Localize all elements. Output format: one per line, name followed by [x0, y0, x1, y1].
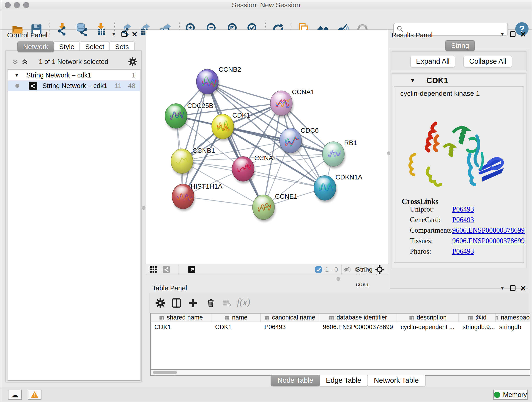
crosslink-label: Tissues:	[410, 237, 433, 245]
status-bar: ☁ Memory	[0, 387, 532, 402]
birds-eye-view-icon[interactable]	[188, 266, 196, 274]
column-header-database-identifier[interactable]: database identifier	[319, 313, 397, 322]
crosslink-link[interactable]: P06493	[452, 216, 474, 224]
tab-edge-table[interactable]: Edge Table	[319, 375, 368, 386]
svg-text:CDK1: CDK1	[232, 112, 250, 119]
column-header-canonical-name[interactable]: canonical name	[261, 313, 319, 322]
create-column-icon[interactable]	[188, 298, 198, 308]
delete-table-icon[interactable]	[223, 299, 231, 307]
crosslink-link[interactable]: P06493	[452, 247, 474, 255]
column-header-name[interactable]: name	[211, 313, 261, 322]
table-options-gear-icon[interactable]	[155, 298, 165, 308]
float-panel-icon[interactable]: ▼	[500, 285, 505, 291]
node-table[interactable]: shared namenamecanonical namedatabase id…	[150, 313, 530, 370]
expand-all-button[interactable]: Expand All	[410, 56, 455, 67]
network-share-view-icon[interactable]	[162, 266, 170, 274]
network-node-HIST1H1A: HIST1H1A	[172, 183, 222, 211]
toolbar-separator	[373, 264, 373, 274]
maximize-panel-icon[interactable]	[510, 32, 515, 37]
collapse-all-button[interactable]: Collapse All	[463, 56, 512, 67]
splitter-handle[interactable]	[336, 277, 340, 281]
table-row[interactable]: CDK1CDK1P064939606.ENSP00000378699cyclin…	[151, 322, 530, 332]
function-builder-icon[interactable]: f(x)	[237, 297, 250, 307]
network-label: String Network – cdk1	[42, 82, 108, 89]
svg-text:CCNA2: CCNA2	[254, 154, 277, 162]
network-options-gear-icon[interactable]	[128, 57, 137, 66]
column-header--id[interactable]: @id	[459, 313, 496, 322]
maximize-panel-icon[interactable]	[121, 32, 127, 37]
gene-symbol: CDK1	[426, 76, 448, 85]
results-panel-title: Results Panel	[392, 32, 433, 39]
results-panel: Results Panel ▼ × String Expand All Coll…	[390, 30, 530, 283]
svg-text:HIST1H1A: HIST1H1A	[191, 183, 222, 190]
maximize-panel-icon[interactable]	[510, 285, 515, 291]
network-row[interactable]: String Network – cdk1 11 48	[8, 80, 140, 91]
selected-nodes-checkbox-icon[interactable]	[315, 266, 322, 273]
tab-string[interactable]: String	[445, 40, 475, 51]
network-node-CDKN1A: CDKN1A	[314, 173, 362, 202]
collection-expand-icon[interactable]: ▼	[14, 73, 19, 78]
hidden-node-edge-counts: 0 - 0	[355, 266, 368, 273]
collection-count: 1	[132, 71, 135, 79]
svg-text:RB1: RB1	[344, 139, 357, 147]
left-splitter-handle[interactable]	[142, 206, 146, 210]
show-columns-icon[interactable]	[171, 298, 181, 308]
column-header-description[interactable]: description	[397, 313, 459, 322]
table-panel: Table Panel ▼ × f(x) shared namenamecano…	[147, 283, 530, 386]
table-cell[interactable]: P06493	[261, 322, 319, 332]
svg-text:CDC25B: CDC25B	[187, 102, 213, 109]
table-panel-title: Table Panel	[152, 284, 187, 292]
network-graph[interactable]: CCNB2CCNA1CDC25BCDK1CDC6RB1CCNB1CCNA2CDK…	[146, 30, 388, 264]
close-panel-icon[interactable]: ×	[132, 32, 137, 37]
float-panel-icon[interactable]: ▼	[111, 31, 116, 37]
string-results-container: Expand All Collapse All ▼ CDK1 cyclin-de…	[390, 49, 528, 288]
main-toolbar: ?	[0, 10, 532, 30]
memory-button[interactable]: Memory	[493, 390, 528, 400]
crosslink-link[interactable]: P06493	[452, 205, 474, 213]
table-header-row: shared namenamecanonical namedatabase id…	[151, 313, 530, 322]
grid-view-icon[interactable]	[150, 266, 157, 274]
svg-text:CCNB2: CCNB2	[219, 66, 241, 73]
table-cell[interactable]: CDK1	[151, 322, 211, 332]
column-header-namespace[interactable]: namespace	[496, 313, 530, 322]
hidden-eye-icon[interactable]	[343, 266, 351, 274]
network-collection-row[interactable]: ▼ String Network – cdk1 1	[8, 70, 140, 80]
column-header-shared-name[interactable]: shared name	[151, 313, 211, 322]
gene-detail-box: cyclin-dependent kinase 1	[394, 86, 524, 263]
results-panel-controls: ▼ ×	[500, 30, 526, 38]
tab-network-table[interactable]: Network Table	[367, 375, 425, 386]
svg-text:CCNA1: CCNA1	[292, 88, 314, 96]
network-tree: ▼ String Network – cdk1 1 String Network…	[7, 70, 140, 381]
tab-network[interactable]: Network	[17, 41, 54, 52]
network-edge-count: 48	[128, 82, 135, 89]
network-view-toolbar: String Network – cdk1 1 - 0 0 - 0	[146, 264, 388, 275]
tab-node-table[interactable]: Node Table	[271, 375, 320, 386]
table-cell[interactable]: stringdb	[496, 322, 530, 332]
control-panel-controls: ▼ ×	[111, 30, 137, 38]
svg-text:CCNB1: CCNB1	[192, 147, 215, 154]
table-cell[interactable]: cyclin-dependent ...	[397, 322, 459, 332]
cloud-icon: ☁	[11, 390, 19, 399]
gene-collapse-icon[interactable]: ▼	[410, 77, 415, 84]
crosslink-link[interactable]: 9606.ENSP00000378699	[452, 237, 525, 245]
close-panel-icon[interactable]: ×	[520, 32, 526, 37]
float-panel-icon[interactable]: ▼	[500, 31, 505, 37]
crosslink-label: Uniprot:	[410, 205, 434, 213]
network-current-dot	[15, 84, 19, 88]
cloud-status-button[interactable]: ☁	[8, 390, 22, 400]
fit-content-crosshair-icon[interactable]	[375, 265, 384, 274]
table-panel-controls: ▼ ×	[500, 284, 526, 292]
delete-column-icon[interactable]	[206, 298, 216, 308]
memory-label: Memory	[503, 391, 527, 399]
table-cell[interactable]: stringdb:9...	[459, 322, 496, 332]
close-panel-icon[interactable]: ×	[520, 285, 526, 291]
crosslink-link[interactable]: 9606.ENSP00000378699	[452, 226, 525, 235]
scrollbar-thumb[interactable]	[153, 370, 177, 374]
network-panel-box: 1 of 1 Network selected ▼ String Network…	[5, 50, 142, 383]
table-cell[interactable]: CDK1	[211, 322, 261, 332]
table-cell[interactable]: 9606.ENSP00000378699	[319, 322, 397, 332]
network-node-CDC6: CDC6	[279, 127, 319, 155]
warnings-button[interactable]	[28, 390, 41, 400]
network-view-canvas[interactable]: CCNB2CCNA1CDC25BCDK1CDC6RB1CCNB1CCNA2CDK…	[146, 30, 388, 264]
protein-structure-image	[401, 102, 516, 193]
